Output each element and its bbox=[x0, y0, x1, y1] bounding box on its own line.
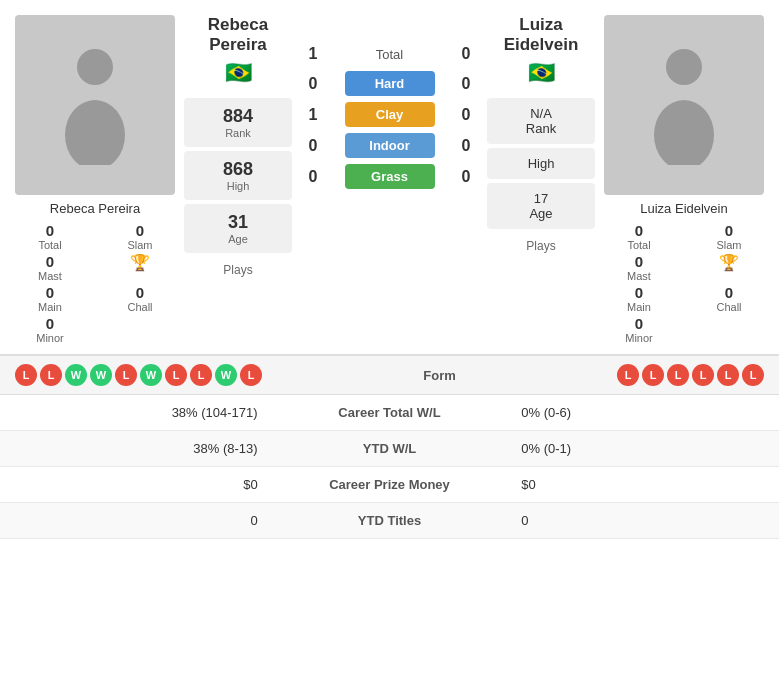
left-form-badge-w: W bbox=[90, 364, 112, 386]
left-high-label: High bbox=[194, 180, 282, 192]
stats-right-1: 0% (0-1) bbox=[506, 431, 779, 467]
stats-left-0: 38% (104-171) bbox=[0, 395, 273, 431]
right-total-value: 0 bbox=[635, 222, 643, 239]
left-form-badges: LLWWLWLLWL bbox=[15, 364, 262, 386]
form-label: Form bbox=[400, 368, 480, 383]
left-form-badge-l: L bbox=[40, 364, 62, 386]
right-center-name: Luiza Eidelvein bbox=[487, 15, 595, 56]
right-player-card: Luiza Eidelvein 0 Total 0 Slam 0 Mast 🏆 bbox=[599, 15, 769, 344]
right-age-label: Age bbox=[497, 206, 585, 221]
right-player-name: Luiza Eidelvein bbox=[640, 201, 727, 216]
left-slam-label: Slam bbox=[127, 239, 152, 251]
right-main-value: 0 bbox=[635, 284, 643, 301]
left-chall-label: Chall bbox=[127, 301, 152, 313]
right-mast-cell: 0 Mast bbox=[599, 253, 679, 282]
left-age-label: Age bbox=[194, 233, 282, 245]
stats-left-3: 0 bbox=[0, 503, 273, 539]
right-stats-panel: Luiza Eidelvein 🇧🇷 N/A Rank High 17 Age … bbox=[487, 15, 595, 344]
left-mast-cell: 0 Mast bbox=[10, 253, 90, 282]
hard-right-score: 0 bbox=[454, 75, 478, 93]
right-form-badge-l: L bbox=[642, 364, 664, 386]
right-slam-label: Slam bbox=[716, 239, 741, 251]
left-trophy-cell: 🏆 bbox=[100, 253, 180, 282]
right-high-value: High bbox=[497, 156, 585, 171]
right-form-badge-l: L bbox=[742, 364, 764, 386]
stats-left-1: 38% (8-13) bbox=[0, 431, 273, 467]
stats-row-1: 38% (8-13)YTD W/L0% (0-1) bbox=[0, 431, 779, 467]
stats-left-2: $0 bbox=[0, 467, 273, 503]
left-age-box: 31 Age bbox=[184, 204, 292, 253]
right-minor-value: 0 bbox=[635, 315, 643, 332]
clay-surface-button[interactable]: Clay bbox=[345, 102, 435, 127]
left-player-name: Rebeca Pereira bbox=[50, 201, 140, 216]
career-stats-table: 38% (104-171)Career Total W/L0% (0-6)38%… bbox=[0, 395, 779, 539]
svg-point-0 bbox=[77, 49, 113, 85]
right-slam-value: 0 bbox=[725, 222, 733, 239]
right-form-badge-l: L bbox=[692, 364, 714, 386]
indoor-surface-button[interactable]: Indoor bbox=[345, 133, 435, 158]
total-left-score: 1 bbox=[301, 45, 325, 63]
indoor-left-score: 0 bbox=[301, 137, 325, 155]
left-chall-cell: 0 Chall bbox=[100, 284, 180, 313]
hard-row: 0 Hard 0 bbox=[301, 71, 478, 96]
left-high-value: 868 bbox=[194, 159, 282, 180]
total-right-score: 0 bbox=[454, 45, 478, 63]
left-high-box: 868 High bbox=[184, 151, 292, 200]
right-flag-icon: 🇧🇷 bbox=[528, 60, 555, 86]
left-player-card: Rebeca Pereira 0 Total 0 Slam 0 Mast 🏆 bbox=[10, 15, 180, 344]
left-form-badge-l: L bbox=[165, 364, 187, 386]
left-total-cell: 0 Total bbox=[10, 222, 90, 251]
main-container: Rebeca Pereira 0 Total 0 Slam 0 Mast 🏆 bbox=[0, 0, 779, 539]
left-trophy-icon: 🏆 bbox=[130, 253, 150, 272]
right-slam-cell: 0 Slam bbox=[689, 222, 769, 251]
left-form-badge-l: L bbox=[240, 364, 262, 386]
left-center-name: Rebeca Pereira bbox=[184, 15, 292, 56]
left-slam-cell: 0 Slam bbox=[100, 222, 180, 251]
right-trophy-icon: 🏆 bbox=[719, 253, 739, 272]
left-main-cell: 0 Main bbox=[10, 284, 90, 313]
clay-left-score: 1 bbox=[301, 106, 325, 124]
right-form-badge-l: L bbox=[667, 364, 689, 386]
right-chall-cell: 0 Chall bbox=[689, 284, 769, 313]
right-form-badge-l: L bbox=[717, 364, 739, 386]
right-plays: Plays bbox=[526, 237, 555, 253]
stats-label-2: Career Prize Money bbox=[273, 467, 507, 503]
stats-right-0: 0% (0-6) bbox=[506, 395, 779, 431]
right-player-avatar bbox=[604, 15, 764, 195]
hard-surface-button[interactable]: Hard bbox=[345, 71, 435, 96]
stats-row-0: 38% (104-171)Career Total W/L0% (0-6) bbox=[0, 395, 779, 431]
left-form-badge-w: W bbox=[215, 364, 237, 386]
svg-point-1 bbox=[65, 100, 125, 165]
clay-row: 1 Clay 0 bbox=[301, 102, 478, 127]
players-section: Rebeca Pereira 0 Total 0 Slam 0 Mast 🏆 bbox=[0, 0, 779, 354]
stats-label-0: Career Total W/L bbox=[273, 395, 507, 431]
right-chall-label: Chall bbox=[716, 301, 741, 313]
left-form-badge-l: L bbox=[15, 364, 37, 386]
left-main-value: 0 bbox=[46, 284, 54, 301]
left-rank-label: Rank bbox=[194, 127, 282, 139]
grass-surface-button[interactable]: Grass bbox=[345, 164, 435, 189]
left-form-badge-w: W bbox=[65, 364, 87, 386]
left-mast-label: Mast bbox=[38, 270, 62, 282]
left-name-area: Rebeca Pereira 🇧🇷 bbox=[184, 15, 292, 92]
svg-point-2 bbox=[666, 49, 702, 85]
right-mast-value: 0 bbox=[635, 253, 643, 270]
right-player-stats: 0 Total 0 Slam 0 Mast 🏆 0 Main bbox=[599, 222, 769, 344]
left-minor-cell: 0 Minor bbox=[10, 315, 90, 344]
stats-row-2: $0Career Prize Money$0 bbox=[0, 467, 779, 503]
grass-right-score: 0 bbox=[454, 168, 478, 186]
left-minor-label: Minor bbox=[36, 332, 64, 344]
right-main-cell: 0 Main bbox=[599, 284, 679, 313]
right-total-label: Total bbox=[627, 239, 650, 251]
left-player-avatar bbox=[15, 15, 175, 195]
right-total-cell: 0 Total bbox=[599, 222, 679, 251]
stats-row-3: 0YTD Titles0 bbox=[0, 503, 779, 539]
left-rank-box: 884 Rank bbox=[184, 98, 292, 147]
left-rank-value: 884 bbox=[194, 106, 282, 127]
right-mast-label: Mast bbox=[627, 270, 651, 282]
stats-right-3: 0 bbox=[506, 503, 779, 539]
svg-point-3 bbox=[654, 100, 714, 165]
right-minor-cell: 0 Minor bbox=[599, 315, 679, 344]
right-avatar-silhouette bbox=[644, 45, 724, 165]
right-rank-label: Rank bbox=[497, 121, 585, 136]
